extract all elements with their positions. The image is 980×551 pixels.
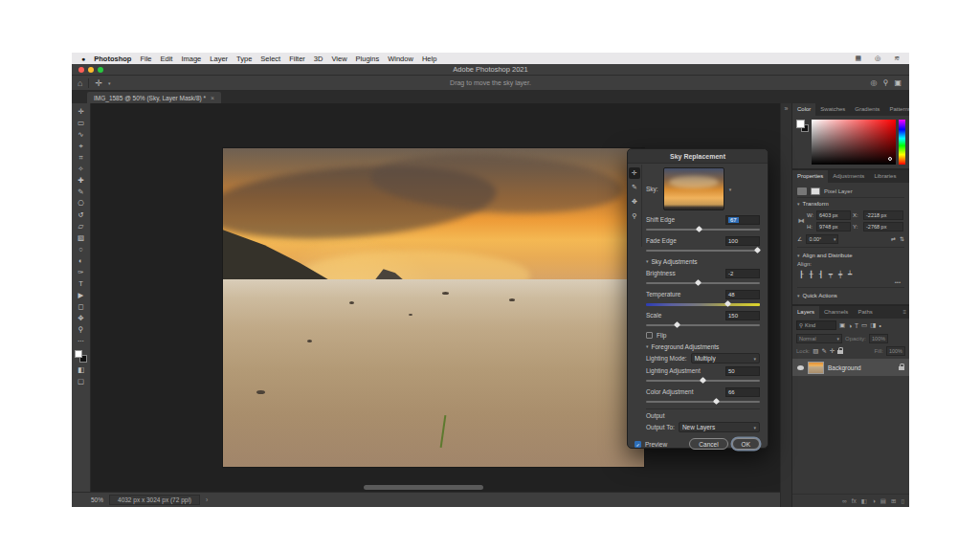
lasso-tool[interactable]: ∿	[78, 129, 83, 141]
angle-input[interactable]: 0.00°▾	[806, 234, 838, 244]
height-input[interactable]: 9748 px	[816, 222, 851, 231]
menu-file[interactable]: File	[140, 55, 151, 63]
foreground-adjustments-header[interactable]: ▾ Foreground Adjustments	[646, 341, 760, 352]
gradient-tool[interactable]: ▧	[78, 232, 84, 244]
y-input[interactable]: -2768 px	[863, 222, 903, 231]
output-to-select[interactable]: New Layers▾	[679, 422, 760, 432]
layer-row-background[interactable]: Background	[792, 359, 909, 376]
status-chevron-icon[interactable]: ›	[206, 496, 208, 503]
new-group-icon[interactable]: ▤	[880, 497, 886, 505]
eraser-tool[interactable]: ▱	[78, 221, 84, 232]
delete-layer-icon[interactable]: ▯	[901, 497, 904, 505]
clone-stamp-tool[interactable]: ⎔	[78, 198, 84, 209]
brightness-slider[interactable]	[646, 279, 760, 287]
screen-mode-icon[interactable]: ▢	[78, 376, 84, 387]
search-icon[interactable]: ⚲	[883, 78, 889, 87]
minimize-window-button[interactable]	[88, 67, 94, 73]
menu-photoshop[interactable]: Photoshop	[94, 55, 131, 63]
tab-gradients[interactable]: Gradients	[850, 103, 884, 116]
filter-adjustment-layers-icon[interactable]: ◑	[848, 322, 852, 329]
menu-layer[interactable]: Layer	[210, 55, 228, 63]
sky-brush-tool[interactable]: ✎	[629, 182, 640, 193]
add-layer-mask-icon[interactable]: ◧	[861, 497, 867, 505]
tab-channels[interactable]: Channels	[819, 306, 853, 319]
quick-mask-icon[interactable]: ◧	[78, 364, 84, 376]
flip-checkbox[interactable]	[646, 332, 653, 339]
ok-button[interactable]: OK	[732, 438, 760, 450]
layer-effects-icon[interactable]: fx	[852, 497, 857, 504]
panel-menu-icon[interactable]: ≡	[902, 306, 906, 319]
menu-window[interactable]: Window	[388, 55, 413, 63]
eyedropper-tool[interactable]: ✧	[78, 164, 83, 175]
close-window-button[interactable]	[78, 67, 84, 73]
temperature-slider[interactable]	[646, 300, 760, 308]
fade-edge-slider[interactable]	[646, 247, 760, 254]
color-adjustment-slider[interactable]	[646, 398, 760, 406]
document-image[interactable]	[223, 148, 644, 467]
shape-tool[interactable]: ◻	[78, 301, 83, 313]
cancel-button[interactable]: Cancel	[689, 438, 727, 450]
fade-edge-input[interactable]: 100	[725, 236, 760, 246]
foreground-color-swatch[interactable]	[75, 350, 82, 358]
menu-filter[interactable]: Filter	[289, 55, 305, 63]
align-section-header[interactable]: ▾ Align and Distribute	[797, 250, 904, 261]
width-input[interactable]: 6403 px	[816, 210, 851, 220]
scale-slider[interactable]	[646, 321, 760, 329]
lighting-adjustment-slider[interactable]	[646, 377, 760, 385]
lock-all-icon[interactable]	[837, 350, 843, 354]
crop-tool[interactable]: ⌗	[78, 152, 82, 164]
display-icon[interactable]: ▦	[855, 55, 861, 62]
tab-paths[interactable]: Paths	[853, 306, 877, 319]
tab-patterns[interactable]: Patterns	[884, 103, 909, 116]
zoom-window-button[interactable]	[98, 67, 103, 73]
filter-pixel-layers-icon[interactable]: ▣	[839, 321, 845, 329]
transform-section-header[interactable]: ▾ Transform	[797, 198, 904, 209]
type-tool[interactable]: T	[78, 278, 83, 290]
apple-menu-icon[interactable]: ●	[81, 55, 85, 62]
shift-edge-input[interactable]: 67	[725, 215, 760, 225]
align-left-icon[interactable]: ┠	[799, 271, 803, 278]
rotate-icon[interactable]: ⇄	[891, 235, 896, 242]
document-tab[interactable]: IMG_1585 @ 50% (Sky, Layer Mask/8) * ×	[87, 92, 221, 103]
menu-view[interactable]: View	[331, 55, 346, 63]
layer-visibility-icon[interactable]	[797, 365, 804, 370]
color-adjustment-input[interactable]: 66	[725, 387, 760, 397]
control-center-icon[interactable]: ◎	[875, 55, 880, 62]
menu-plugins[interactable]: Plugins	[356, 55, 380, 63]
brightness-input[interactable]: -2	[725, 269, 760, 278]
align-center-vertical-icon[interactable]: ┿	[838, 271, 842, 278]
filter-smart-objects-icon[interactable]: ◨	[870, 321, 876, 329]
zoom-icon[interactable]: ◎	[871, 78, 878, 87]
tab-libraries[interactable]: Libraries	[869, 170, 901, 183]
preview-checkbox[interactable]: ✓	[635, 441, 641, 448]
menu-help[interactable]: Help	[422, 55, 436, 63]
lock-transparency-icon[interactable]: ▨	[813, 347, 818, 355]
sky-adjustments-header[interactable]: ▾ Sky Adjustments	[646, 255, 760, 267]
pen-tool[interactable]: ✑	[78, 267, 83, 278]
layer-thumbnail[interactable]	[808, 362, 824, 374]
menu-image[interactable]: Image	[181, 55, 201, 63]
hand-tool[interactable]: ✥	[78, 313, 83, 324]
align-right-icon[interactable]: ┨	[818, 271, 822, 278]
more-options-icon[interactable]: •••	[797, 279, 904, 285]
menu-type[interactable]: Type	[236, 55, 252, 63]
blend-mode-select[interactable]: Normal▾	[796, 334, 842, 343]
sky-preset-thumbnail[interactable]	[663, 167, 724, 210]
align-bottom-icon[interactable]: ┷	[848, 271, 852, 278]
lighting-mode-select[interactable]: Multiply▾	[691, 353, 760, 364]
tab-layers[interactable]: Layers	[792, 306, 819, 319]
edit-toolbar-icon[interactable]: ⋯	[78, 336, 85, 347]
layer-filter-search[interactable]: ⚲ Kind	[796, 320, 836, 330]
quick-actions-header[interactable]: ▾ Quick Actions	[797, 290, 904, 301]
menu-select[interactable]: Select	[260, 55, 280, 63]
new-adjustment-layer-icon[interactable]: ◑	[872, 497, 876, 504]
hue-strip[interactable]	[899, 120, 905, 165]
history-brush-tool[interactable]: ↺	[78, 209, 83, 221]
zoom-level[interactable]: 50%	[91, 496, 103, 503]
shift-edge-slider[interactable]	[646, 226, 760, 233]
scale-input[interactable]: 150	[725, 311, 760, 320]
opacity-input[interactable]: 100%	[869, 334, 888, 343]
object-selection-tool[interactable]: ⌖	[78, 141, 82, 152]
align-top-icon[interactable]: ┯	[829, 271, 833, 278]
filter-type-layers-icon[interactable]: T	[855, 322, 858, 329]
